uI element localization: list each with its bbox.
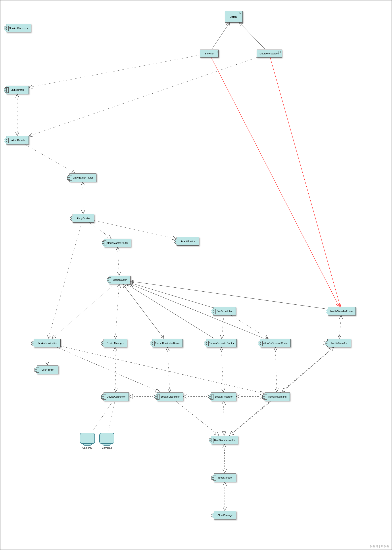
edge-deviceConnector-camera2: [109, 401, 115, 431]
edge-streamDistributerRouter-mediaMaster: [123, 284, 164, 339]
edge-userAuthentication-videoOnDemand: [61, 346, 264, 393]
edge-unifiedFacade-entryBarrierRouter: [25, 145, 75, 173]
device-camera2[interactable]: Camera2: [99, 433, 115, 449]
edge-jobScheduler-videoOnDemandRouter: [231, 315, 268, 339]
edge-userAuthentication-streamDistributer: [57, 347, 160, 392]
edge-entryBarrier-eventMonitor: [94, 221, 176, 239]
node-jobScheduler[interactable]: JobScheduler: [213, 307, 236, 315]
device-label: Camera2: [99, 446, 115, 449]
node-mediaTransferRouter[interactable]: MediaTransferRouter: [328, 307, 356, 315]
node-label: EntryBarrier: [73, 217, 94, 220]
edge-mediaMasterRouter-mediaMaster: [118, 247, 119, 275]
edge-browser-mediaTransferRouter: [211, 57, 339, 307]
edge-streamRecorderRouter-streamRecorder: [221, 347, 223, 392]
node-label: MediaMaster: [109, 278, 130, 281]
node-entryBarrier[interactable]: EntryBarrier: [73, 214, 94, 223]
node-label: StreamDistributer: [157, 395, 183, 398]
edge-blobStorageRouter-blobStorage: [224, 444, 225, 473]
node-label: StreamRecorder: [211, 395, 236, 398]
node-mediaWorkstation[interactable]: MediaWorkstation: [257, 49, 282, 57]
node-label: VideoOnDemand: [265, 395, 290, 398]
edge-mediaTransfer-blobStorageRouter: [230, 347, 334, 435]
node-label: CloudStorage: [214, 514, 236, 517]
node-label: UnifiedFacade: [7, 139, 28, 142]
node-mediaMaster[interactable]: MediaMaster: [109, 276, 131, 284]
edge-videoOnDemandRouter-mediaMaster: [130, 284, 264, 339]
edge-jobScheduler-streamRecorderRouter: [222, 315, 224, 339]
node-unifiedFacade[interactable]: UnifiedFacade: [6, 136, 29, 145]
node-actor[interactable]: Actor1옷: [225, 11, 243, 23]
node-label: Actor1: [225, 15, 242, 18]
node-label: ServiceDiscovery: [7, 27, 31, 29]
edge-deviceConnector-camera1: [93, 401, 113, 431]
node-label: StreamRecorderRouter: [206, 342, 237, 344]
node-mediaTransfer[interactable]: MediaTransfer: [327, 339, 351, 347]
edge-videoOnDemand-blobStorageRouter: [230, 401, 272, 435]
node-label: MediaWorkstation: [257, 52, 282, 55]
edge-mediaWorkstation-mediaTransferRouter: [270, 57, 340, 307]
edge-mediaMaster-userAuthentication: [52, 284, 114, 339]
actor-icon: 옷: [239, 12, 242, 14]
node-label: DeviceConnector: [104, 395, 128, 398]
node-label: UserAuthentication: [34, 342, 60, 344]
node-entryBarrierRouter[interactable]: EntryBarrierRouter: [70, 174, 97, 182]
edge-streamRecorderRouter-mediaMaster: [126, 284, 214, 339]
edge-userAuthentication-userProfile: [47, 347, 47, 365]
diagram-canvas: arch Core Services Relationship Diagram …: [0, 0, 392, 550]
node-videoOnDemand[interactable]: VideoOnDemand: [265, 392, 290, 401]
edge-mediaWorkstation-unifiedFacade: [29, 57, 257, 136]
node-streamDistributerRouter[interactable]: StreamDistributerRouter: [152, 339, 183, 347]
edge-jobScheduler-mediaMaster: [131, 283, 213, 307]
edge-mediaTransferRouter-mediaTransfer: [339, 315, 341, 339]
watermark: 极客网 | 真极客: [370, 544, 389, 548]
edge-browser-actor: [212, 23, 230, 49]
node-eventMonitor[interactable]: EventMonitor: [176, 237, 199, 246]
node-streamRecorder[interactable]: StreamRecorder: [211, 392, 236, 401]
edge-mediaWorkstation-actor: [239, 23, 265, 49]
node-label: UnifiedPortal: [7, 89, 28, 91]
node-userProfile[interactable]: UserProfile: [37, 365, 58, 374]
node-userAuthentication[interactable]: UserAuthentication: [34, 339, 61, 347]
edge-entryBarrier-userAuthentication: [48, 223, 82, 339]
node-unifiedPortal[interactable]: UnifiedPortal: [6, 86, 29, 94]
edges-layer: [0, 0, 392, 550]
node-mediaMasterRouter[interactable]: MediaMasterRouter: [104, 239, 131, 247]
node-deviceManager[interactable]: DeviceManager: [104, 339, 127, 347]
node-label: EventMonitor: [177, 240, 199, 243]
edge-browser-unifiedPortal: [29, 55, 200, 87]
edge-entryBarrier-mediaMasterRouter: [89, 223, 111, 238]
device-label: Camera1: [80, 446, 95, 449]
edge-mediaTransfer-videoOnDemand: [282, 347, 334, 392]
device-camera1[interactable]: Camera1: [80, 433, 95, 449]
node-blobStorage[interactable]: BlobStorage: [214, 473, 236, 482]
node-blobStorageRouter[interactable]: BlobStorageRouter: [211, 436, 238, 444]
node-label: BlobStorage: [214, 476, 236, 479]
edge-videoOnDemandRouter-videoOnDemand: [275, 347, 277, 392]
edge-streamDistributer-blobStorageRouter: [175, 401, 219, 435]
node-serviceDiscovery[interactable]: ServiceDiscovery: [6, 24, 31, 32]
node-videoOnDemandRouter[interactable]: VideoOnDemandRouter: [260, 339, 291, 347]
node-label: JobScheduler: [213, 310, 236, 313]
node-label: MediaTransferRouter: [328, 310, 356, 313]
node-label: VideoOnDemandRouter: [260, 342, 290, 344]
node-streamDistributer[interactable]: StreamDistributer: [157, 392, 183, 401]
node-deviceConnector[interactable]: DeviceConnector: [104, 392, 129, 401]
node-label: MediaMasterRouter: [104, 242, 131, 244]
node-streamRecorderRouter[interactable]: StreamRecorderRouter: [206, 339, 237, 347]
node-label: MediaTransfer: [328, 342, 351, 344]
node-label: StreamDistributerRouter: [152, 342, 182, 344]
node-label: DeviceManager: [104, 342, 127, 344]
edge-streamRecorder-blobStorageRouter: [224, 401, 224, 435]
node-cloudStorage[interactable]: CloudStorage: [214, 511, 236, 519]
node-label: UserProfile: [37, 368, 58, 371]
edge-deviceManager-deviceConnector: [115, 347, 116, 392]
edge-mediaMaster-deviceManager: [115, 284, 119, 339]
node-browser[interactable]: Browser: [200, 49, 218, 57]
node-label: BlobStorageRouter: [211, 439, 238, 441]
node-label: EntryBarrierRouter: [70, 176, 96, 179]
edge-entryBarrierRouter-entryBarrier: [83, 182, 83, 214]
edge-streamDistributerRouter-streamDistributer: [168, 347, 170, 392]
